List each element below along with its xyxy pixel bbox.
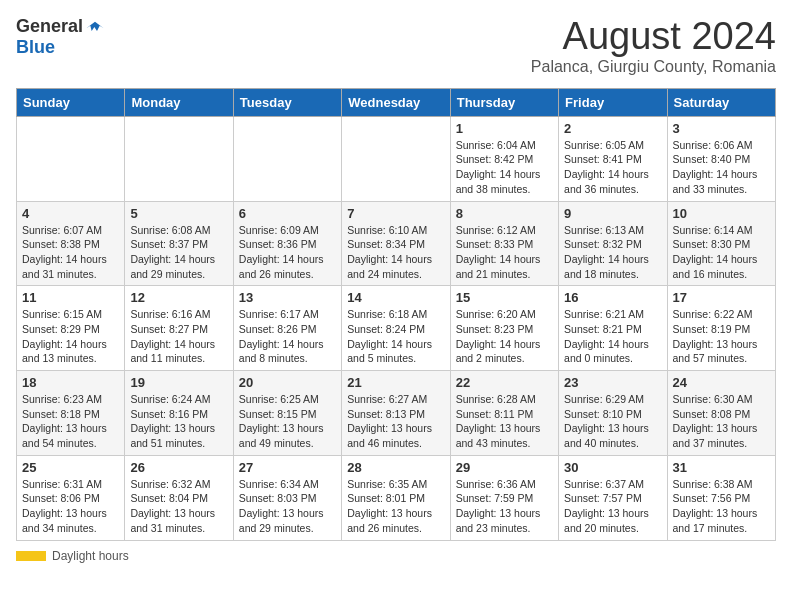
calendar-header-tuesday: Tuesday	[233, 88, 341, 116]
calendar-cell: 9Sunrise: 6:13 AM Sunset: 8:32 PM Daylig…	[559, 201, 667, 286]
calendar-cell: 15Sunrise: 6:20 AM Sunset: 8:23 PM Dayli…	[450, 286, 558, 371]
day-info: Sunrise: 6:38 AM Sunset: 7:56 PM Dayligh…	[673, 477, 770, 536]
day-number: 13	[239, 290, 336, 305]
daylight-bar-icon	[16, 551, 46, 561]
day-number: 4	[22, 206, 119, 221]
day-info: Sunrise: 6:13 AM Sunset: 8:32 PM Dayligh…	[564, 223, 661, 282]
day-number: 9	[564, 206, 661, 221]
calendar-cell: 21Sunrise: 6:27 AM Sunset: 8:13 PM Dayli…	[342, 371, 450, 456]
logo-blue-text: Blue	[16, 37, 55, 58]
calendar-cell: 12Sunrise: 6:16 AM Sunset: 8:27 PM Dayli…	[125, 286, 233, 371]
day-number: 23	[564, 375, 661, 390]
calendar-cell: 18Sunrise: 6:23 AM Sunset: 8:18 PM Dayli…	[17, 371, 125, 456]
header: General Blue August 2024 Palanca, Giurgi…	[16, 16, 776, 76]
calendar-week-row: 18Sunrise: 6:23 AM Sunset: 8:18 PM Dayli…	[17, 371, 776, 456]
day-info: Sunrise: 6:07 AM Sunset: 8:38 PM Dayligh…	[22, 223, 119, 282]
calendar-cell: 3Sunrise: 6:06 AM Sunset: 8:40 PM Daylig…	[667, 116, 775, 201]
title-area: August 2024 Palanca, Giurgiu County, Rom…	[531, 16, 776, 76]
calendar-header-friday: Friday	[559, 88, 667, 116]
calendar-header-saturday: Saturday	[667, 88, 775, 116]
day-info: Sunrise: 6:29 AM Sunset: 8:10 PM Dayligh…	[564, 392, 661, 451]
day-number: 25	[22, 460, 119, 475]
calendar-cell: 19Sunrise: 6:24 AM Sunset: 8:16 PM Dayli…	[125, 371, 233, 456]
calendar-week-row: 4Sunrise: 6:07 AM Sunset: 8:38 PM Daylig…	[17, 201, 776, 286]
calendar-cell: 23Sunrise: 6:29 AM Sunset: 8:10 PM Dayli…	[559, 371, 667, 456]
calendar-cell: 27Sunrise: 6:34 AM Sunset: 8:03 PM Dayli…	[233, 455, 341, 540]
footer-note: Daylight hours	[16, 549, 776, 563]
day-number: 7	[347, 206, 444, 221]
day-info: Sunrise: 6:35 AM Sunset: 8:01 PM Dayligh…	[347, 477, 444, 536]
day-info: Sunrise: 6:37 AM Sunset: 7:57 PM Dayligh…	[564, 477, 661, 536]
calendar-cell: 20Sunrise: 6:25 AM Sunset: 8:15 PM Dayli…	[233, 371, 341, 456]
calendar-cell: 17Sunrise: 6:22 AM Sunset: 8:19 PM Dayli…	[667, 286, 775, 371]
calendar-cell: 26Sunrise: 6:32 AM Sunset: 8:04 PM Dayli…	[125, 455, 233, 540]
calendar-week-row: 11Sunrise: 6:15 AM Sunset: 8:29 PM Dayli…	[17, 286, 776, 371]
day-number: 19	[130, 375, 227, 390]
day-info: Sunrise: 6:05 AM Sunset: 8:41 PM Dayligh…	[564, 138, 661, 197]
day-number: 31	[673, 460, 770, 475]
calendar-cell: 1Sunrise: 6:04 AM Sunset: 8:42 PM Daylig…	[450, 116, 558, 201]
day-number: 15	[456, 290, 553, 305]
day-number: 2	[564, 121, 661, 136]
calendar-cell	[17, 116, 125, 201]
calendar-cell: 16Sunrise: 6:21 AM Sunset: 8:21 PM Dayli…	[559, 286, 667, 371]
day-info: Sunrise: 6:04 AM Sunset: 8:42 PM Dayligh…	[456, 138, 553, 197]
day-number: 30	[564, 460, 661, 475]
day-info: Sunrise: 6:17 AM Sunset: 8:26 PM Dayligh…	[239, 307, 336, 366]
calendar-cell: 5Sunrise: 6:08 AM Sunset: 8:37 PM Daylig…	[125, 201, 233, 286]
day-number: 5	[130, 206, 227, 221]
day-number: 20	[239, 375, 336, 390]
calendar-cell	[233, 116, 341, 201]
calendar-header-wednesday: Wednesday	[342, 88, 450, 116]
day-number: 16	[564, 290, 661, 305]
main-title: August 2024	[531, 16, 776, 58]
day-number: 18	[22, 375, 119, 390]
day-info: Sunrise: 6:25 AM Sunset: 8:15 PM Dayligh…	[239, 392, 336, 451]
day-info: Sunrise: 6:22 AM Sunset: 8:19 PM Dayligh…	[673, 307, 770, 366]
calendar-cell	[125, 116, 233, 201]
day-number: 17	[673, 290, 770, 305]
svg-marker-0	[86, 21, 103, 30]
day-info: Sunrise: 6:09 AM Sunset: 8:36 PM Dayligh…	[239, 223, 336, 282]
calendar-cell	[342, 116, 450, 201]
day-number: 24	[673, 375, 770, 390]
day-number: 27	[239, 460, 336, 475]
calendar-cell: 11Sunrise: 6:15 AM Sunset: 8:29 PM Dayli…	[17, 286, 125, 371]
calendar-header-thursday: Thursday	[450, 88, 558, 116]
day-number: 28	[347, 460, 444, 475]
day-info: Sunrise: 6:20 AM Sunset: 8:23 PM Dayligh…	[456, 307, 553, 366]
day-number: 8	[456, 206, 553, 221]
day-number: 22	[456, 375, 553, 390]
logo-bird-icon	[85, 17, 105, 37]
day-number: 21	[347, 375, 444, 390]
day-info: Sunrise: 6:08 AM Sunset: 8:37 PM Dayligh…	[130, 223, 227, 282]
calendar-cell: 7Sunrise: 6:10 AM Sunset: 8:34 PM Daylig…	[342, 201, 450, 286]
day-info: Sunrise: 6:14 AM Sunset: 8:30 PM Dayligh…	[673, 223, 770, 282]
calendar-header-sunday: Sunday	[17, 88, 125, 116]
day-info: Sunrise: 6:36 AM Sunset: 7:59 PM Dayligh…	[456, 477, 553, 536]
calendar-cell: 14Sunrise: 6:18 AM Sunset: 8:24 PM Dayli…	[342, 286, 450, 371]
day-number: 3	[673, 121, 770, 136]
day-number: 6	[239, 206, 336, 221]
calendar-cell: 10Sunrise: 6:14 AM Sunset: 8:30 PM Dayli…	[667, 201, 775, 286]
day-number: 14	[347, 290, 444, 305]
calendar-cell: 13Sunrise: 6:17 AM Sunset: 8:26 PM Dayli…	[233, 286, 341, 371]
day-info: Sunrise: 6:32 AM Sunset: 8:04 PM Dayligh…	[130, 477, 227, 536]
calendar-cell: 4Sunrise: 6:07 AM Sunset: 8:38 PM Daylig…	[17, 201, 125, 286]
day-info: Sunrise: 6:27 AM Sunset: 8:13 PM Dayligh…	[347, 392, 444, 451]
calendar-cell: 31Sunrise: 6:38 AM Sunset: 7:56 PM Dayli…	[667, 455, 775, 540]
day-number: 11	[22, 290, 119, 305]
calendar-cell: 29Sunrise: 6:36 AM Sunset: 7:59 PM Dayli…	[450, 455, 558, 540]
day-info: Sunrise: 6:10 AM Sunset: 8:34 PM Dayligh…	[347, 223, 444, 282]
day-info: Sunrise: 6:34 AM Sunset: 8:03 PM Dayligh…	[239, 477, 336, 536]
calendar-week-row: 1Sunrise: 6:04 AM Sunset: 8:42 PM Daylig…	[17, 116, 776, 201]
day-number: 10	[673, 206, 770, 221]
daylight-label: Daylight hours	[52, 549, 129, 563]
day-info: Sunrise: 6:30 AM Sunset: 8:08 PM Dayligh…	[673, 392, 770, 451]
day-number: 26	[130, 460, 227, 475]
calendar-cell: 24Sunrise: 6:30 AM Sunset: 8:08 PM Dayli…	[667, 371, 775, 456]
day-info: Sunrise: 6:16 AM Sunset: 8:27 PM Dayligh…	[130, 307, 227, 366]
logo: General Blue	[16, 16, 105, 58]
day-info: Sunrise: 6:12 AM Sunset: 8:33 PM Dayligh…	[456, 223, 553, 282]
calendar-week-row: 25Sunrise: 6:31 AM Sunset: 8:06 PM Dayli…	[17, 455, 776, 540]
